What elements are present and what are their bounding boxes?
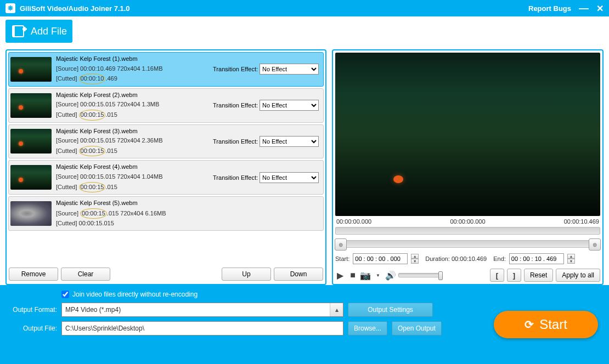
transition-label: Transition Effect: — [213, 138, 258, 145]
file-thumbnail — [10, 201, 52, 226]
file-source: [Source] 00:00:15.015 720x404 6.16MB — [56, 208, 322, 219]
file-cutted: [Cutted] 00:00:15.015 — [56, 182, 322, 193]
snapshot-dropdown-icon[interactable]: ▼ — [373, 270, 383, 280]
transition-effect: Transition Effect:No Effect — [213, 136, 319, 147]
app-title: GiliSoft Video/Audio Joiner 7.1.0 — [20, 4, 528, 13]
file-cutted: [Cutted] 00:00:15.015 — [56, 146, 322, 157]
titlebar: ❋ GiliSoft Video/Audio Joiner 7.1.0 Repo… — [0, 0, 609, 16]
reset-button[interactable]: Reset — [524, 269, 553, 282]
file-name: Majestic Kelp Forest (5).webm — [56, 198, 322, 208]
time-current: 00:00:00.000 — [450, 218, 485, 225]
start-button[interactable]: ⟳ Start — [494, 311, 598, 338]
file-cutted: [Cutted] 00:00:15.015 — [56, 110, 322, 121]
end-input[interactable] — [509, 253, 564, 264]
output-file-input[interactable] — [61, 321, 343, 335]
open-output-button[interactable]: Open Output — [392, 321, 442, 335]
clear-button[interactable]: Clear — [61, 268, 110, 281]
transition-effect: Transition Effect:No Effect — [213, 64, 319, 75]
browse-button[interactable]: Browse... — [348, 321, 387, 335]
trim-handle-start[interactable]: ⊕ — [335, 238, 347, 251]
mark-in-button[interactable]: [ — [490, 269, 504, 282]
volume-icon[interactable]: 🔊 — [386, 270, 396, 280]
file-name: Majestic Kelp Forest (3).webm — [56, 127, 322, 136]
chevron-up-icon: ▴ — [330, 303, 343, 316]
app-logo-icon: ❋ — [5, 3, 15, 13]
up-button[interactable]: Up — [222, 268, 271, 281]
minimize-icon[interactable]: — — [579, 3, 589, 14]
play-icon[interactable]: ▶ — [335, 270, 345, 280]
transition-label: Transition Effect: — [213, 174, 258, 181]
file-row[interactable]: Majestic Kelp Forest (5).webm[Source] 00… — [8, 196, 324, 231]
end-label: End: — [493, 255, 506, 262]
transition-effect: Transition Effect:No Effect — [213, 172, 319, 183]
trim-track[interactable]: ⊕ ⊕ — [335, 240, 600, 248]
file-name: Majestic Kelp Forest (4).webm — [56, 162, 322, 172]
transition-select[interactable]: No Effect — [260, 136, 319, 147]
transition-select[interactable]: No Effect — [260, 100, 319, 111]
remove-button[interactable]: Remove — [9, 268, 58, 281]
duration-label: Duration: 00:00:10.469 — [425, 255, 487, 262]
file-thumbnail — [10, 57, 52, 82]
transition-select[interactable]: No Effect — [260, 64, 319, 75]
seek-track[interactable] — [335, 227, 600, 235]
join-direct-checkbox[interactable] — [61, 291, 69, 298]
refresh-icon: ⟳ — [525, 318, 534, 331]
file-row[interactable]: Majestic Kelp Forest (1).webm[Source] 00… — [8, 52, 324, 87]
file-cutted: [Cutted] 00:00:15.015 — [56, 219, 322, 229]
start-input[interactable] — [353, 253, 408, 264]
add-file-label: Add File — [31, 26, 67, 37]
time-start: 00:00:00.000 — [336, 218, 371, 225]
file-row[interactable]: Majestic Kelp Forest (2).webm[Source] 00… — [8, 88, 324, 123]
start-label: Start: — [335, 255, 349, 262]
add-file-button[interactable]: Add File — [5, 20, 72, 43]
file-list-panel: Majestic Kelp Forest (1).webm[Source] 00… — [5, 49, 326, 285]
time-end: 00:00:10.469 — [564, 218, 599, 225]
output-settings-button[interactable]: Output Settings — [348, 303, 433, 317]
output-format-label: Output Format: — [8, 306, 57, 314]
file-thumbnail — [10, 129, 52, 153]
file-cutted: [Cutted] 00:00:10.469 — [56, 73, 322, 84]
start-spinner[interactable]: ▲▼ — [411, 254, 419, 264]
stop-icon[interactable]: ■ — [348, 270, 358, 280]
file-name: Majestic Kelp Forest (2).webm — [56, 90, 322, 100]
transition-select[interactable]: No Effect — [260, 172, 319, 183]
file-name: Majestic Kelp Forest (1).webm — [56, 54, 322, 64]
preview-video[interactable] — [335, 53, 600, 216]
apply-all-button[interactable]: Apply to all — [556, 269, 600, 282]
svg-rect-1 — [13, 26, 15, 37]
close-icon[interactable]: ✕ — [596, 3, 604, 14]
toolbar: Add File — [0, 16, 609, 49]
mark-out-button[interactable]: ] — [507, 269, 521, 282]
preview-panel: 00:00:00.000 00:00:00.000 00:00:10.469 ⊕… — [332, 49, 604, 285]
file-list: Majestic Kelp Forest (1).webm[Source] 00… — [8, 52, 324, 263]
file-thumbnail — [10, 165, 52, 190]
file-thumbnail — [10, 93, 52, 118]
down-button[interactable]: Down — [274, 268, 323, 281]
file-row[interactable]: Majestic Kelp Forest (4).webm[Source] 00… — [8, 160, 324, 195]
output-format-value: MP4 Video (*.mp4) — [65, 306, 121, 314]
trim-handle-end[interactable]: ⊕ — [589, 238, 601, 251]
file-row[interactable]: Majestic Kelp Forest (3).webm[Source] 00… — [8, 124, 324, 159]
snapshot-icon[interactable]: 📷 — [360, 270, 370, 280]
timeline-labels: 00:00:00.000 00:00:00.000 00:00:10.469 — [335, 218, 600, 225]
add-file-icon — [11, 23, 27, 39]
volume-slider[interactable] — [398, 273, 442, 277]
end-spinner[interactable]: ▲▼ — [567, 254, 575, 264]
bottom-bar: Join video files directly without re-enc… — [0, 285, 609, 364]
file-info: Majestic Kelp Forest (5).webm[Source] 00… — [56, 198, 322, 229]
output-file-label: Output File: — [8, 325, 57, 332]
output-format-select[interactable]: MP4 Video (*.mp4) ▴ — [61, 303, 343, 317]
transition-effect: Transition Effect:No Effect — [213, 100, 319, 111]
list-button-row: Remove Clear Up Down — [7, 264, 325, 284]
start-label: Start — [539, 317, 567, 332]
transition-label: Transition Effect: — [213, 66, 258, 72]
join-direct-label: Join video files directly without re-enc… — [72, 291, 198, 298]
report-bugs-link[interactable]: Report Bugs — [528, 4, 571, 13]
transition-label: Transition Effect: — [213, 102, 258, 109]
